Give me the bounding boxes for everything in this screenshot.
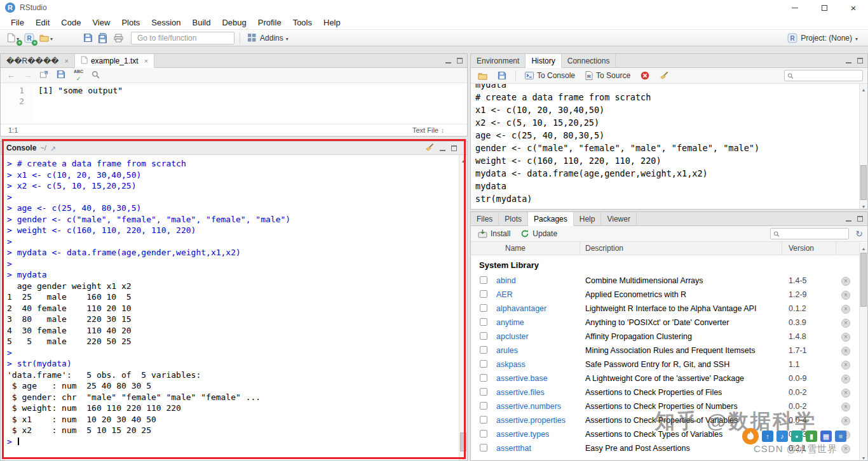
package-name-link[interactable]: assertive.numbers [496, 402, 561, 411]
remove-package-icon[interactable] [841, 305, 850, 314]
goto-file-function-input[interactable] [137, 34, 236, 43]
scroll-thumb[interactable] [460, 432, 466, 451]
package-name-link[interactable]: assertive.files [496, 388, 545, 397]
remove-package-icon[interactable] [841, 389, 850, 398]
remove-package-icon[interactable] [841, 291, 850, 300]
source-tab[interactable]: ��R���� [1, 54, 75, 67]
pane-tab[interactable]: Plots [499, 212, 528, 225]
scroll-up-icon[interactable] [459, 155, 467, 163]
menu-item[interactable]: File [5, 18, 30, 27]
package-checkbox[interactable] [480, 318, 487, 326]
new-project-button[interactable]: R [22, 31, 37, 45]
find-icon[interactable] [92, 70, 100, 81]
console-scrollbar[interactable] [459, 155, 467, 460]
clear-console-icon[interactable] [425, 143, 434, 154]
to-console-button[interactable]: To Console [522, 69, 578, 83]
history-scrollbar[interactable] [859, 84, 867, 209]
history-entry[interactable]: weight <- c(160, 110, 220, 110, 220) [475, 154, 867, 167]
package-checkbox[interactable] [480, 290, 487, 298]
scroll-down-icon[interactable] [860, 201, 867, 209]
scroll-down-icon[interactable] [459, 452, 467, 460]
package-checkbox[interactable] [480, 360, 487, 368]
history-entry[interactable]: x1 <- c(10, 20, 30,40,50) [475, 104, 867, 116]
menu-item[interactable]: Tools [287, 18, 318, 27]
package-name-link[interactable]: apcluster [496, 332, 529, 341]
update-button[interactable]: Update [518, 227, 560, 241]
menu-item[interactable]: Build [187, 18, 217, 27]
pane-tab[interactable]: Help [574, 212, 602, 225]
pane-tab[interactable]: Files [471, 212, 499, 225]
package-checkbox[interactable] [480, 346, 487, 354]
package-name-link[interactable]: abind [496, 276, 516, 285]
goto-file-function-box[interactable] [131, 32, 234, 44]
remove-package-icon[interactable] [841, 319, 850, 328]
menu-item[interactable]: Edit [30, 18, 55, 27]
history-entry[interactable]: str(mydata) [475, 192, 867, 205]
history-entry[interactable]: age <- c(25, 40, 80,30,5) [475, 129, 867, 142]
save-all-button[interactable] [95, 31, 111, 45]
minimize-pane-button[interactable] [440, 144, 445, 153]
package-checkbox[interactable] [480, 332, 487, 340]
back-icon[interactable] [7, 70, 15, 80]
history-entry[interactable]: mydata [475, 180, 867, 192]
package-name-link[interactable]: AER [496, 290, 513, 299]
load-history-button[interactable] [475, 69, 490, 83]
history-search-box[interactable] [784, 70, 863, 81]
scroll-thumb[interactable] [860, 165, 867, 200]
minimize-pane-button[interactable] [846, 214, 851, 224]
save-button[interactable] [81, 31, 95, 45]
close-tab-icon[interactable] [144, 57, 148, 65]
menu-item[interactable]: View [86, 18, 116, 27]
package-checkbox[interactable] [480, 430, 487, 438]
addins-button[interactable]: Addins [245, 31, 291, 45]
menu-item[interactable]: Code [55, 18, 86, 27]
pane-tab[interactable]: Viewer [601, 212, 636, 225]
remove-package-icon[interactable] [841, 333, 850, 342]
pane-tab[interactable]: Connections [562, 54, 616, 67]
package-checkbox[interactable] [480, 276, 487, 284]
package-checkbox[interactable] [480, 444, 487, 451]
minimize-pane-button[interactable] [846, 56, 851, 65]
package-checkbox[interactable] [480, 388, 487, 396]
history-search-input[interactable] [796, 72, 860, 79]
save-icon[interactable] [57, 70, 65, 81]
scroll-up-icon[interactable] [860, 243, 867, 251]
menu-item[interactable]: Plots [116, 18, 146, 27]
remove-entries-button[interactable] [638, 69, 652, 83]
console-output[interactable]: > # create a data frame from scratch> x1… [1, 158, 458, 460]
package-checkbox[interactable] [480, 416, 487, 424]
package-name-link[interactable]: anytime [496, 318, 524, 327]
scroll-up-icon[interactable] [860, 84, 867, 92]
to-source-button[interactable]: R To Source [583, 69, 633, 83]
print-button[interactable] [111, 31, 126, 45]
pane-tab[interactable]: Packages [528, 212, 574, 226]
code-editor[interactable]: 12 [1] "some output" [1, 83, 467, 125]
menu-item[interactable]: Debug [216, 18, 252, 27]
maximize-pane-button[interactable] [451, 144, 457, 153]
scroll-down-icon[interactable] [860, 452, 867, 460]
scroll-thumb[interactable] [860, 253, 867, 307]
history-entry[interactable]: # create a data frame from scratch [475, 91, 867, 104]
menu-item[interactable]: Profile [252, 18, 287, 27]
project-menu[interactable]: R Project: (None) [787, 33, 864, 43]
close-button[interactable] [839, 0, 868, 15]
pane-tab[interactable]: Environment [471, 54, 526, 67]
pane-tab[interactable]: History [526, 54, 561, 68]
package-name-link[interactable]: alphavantager [496, 304, 546, 313]
refresh-icon[interactable] [855, 229, 863, 239]
history-entry[interactable]: x2 <- c(5, 10, 15,20,25) [475, 116, 867, 129]
maximize-pane-button[interactable] [857, 214, 863, 224]
maximize-pane-button[interactable] [857, 56, 863, 65]
package-name-link[interactable]: assertive.base [496, 374, 548, 383]
history-entry[interactable]: mydata [475, 84, 867, 91]
menu-item[interactable]: Session [146, 18, 186, 27]
remove-package-icon[interactable] [841, 361, 850, 370]
open-directory-icon[interactable] [50, 144, 56, 153]
remove-package-icon[interactable] [841, 375, 850, 384]
save-history-button[interactable] [495, 69, 509, 83]
package-name-link[interactable]: assertive.properties [496, 416, 566, 425]
packages-search-box[interactable] [770, 228, 849, 239]
file-type-selector[interactable]: Text File [412, 126, 444, 134]
package-checkbox[interactable] [480, 402, 487, 410]
source-tab[interactable]: example_1.txt [75, 54, 154, 68]
